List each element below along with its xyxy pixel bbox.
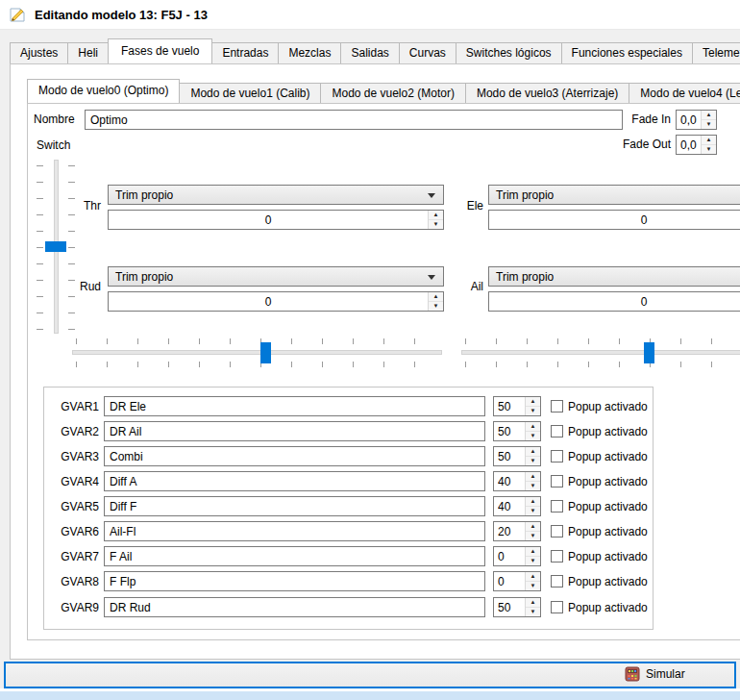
gvar9-spinner[interactable]: ▲▼ xyxy=(493,597,541,617)
gvar6-spinner[interactable]: ▲▼ xyxy=(493,521,541,541)
gvar2-popup-checkbox[interactable] xyxy=(551,425,563,438)
ele-label: Ele xyxy=(452,199,483,212)
rud-down-icon[interactable]: ▼ xyxy=(429,302,443,311)
thr-down-icon[interactable]: ▼ xyxy=(429,220,443,229)
gvar5-value-input[interactable] xyxy=(494,497,525,515)
gvar7-name-input[interactable] xyxy=(104,546,485,566)
gvar1-down-icon[interactable]: ▼ xyxy=(526,407,540,415)
gvar9-value-input[interactable] xyxy=(494,598,525,616)
gvar7-popup-checkbox[interactable] xyxy=(551,550,563,562)
gvar5-name-input[interactable] xyxy=(104,496,485,516)
gvar9-popup-checkbox[interactable] xyxy=(551,601,563,613)
thr-trim-spinner[interactable]: ▲▼ xyxy=(108,210,444,230)
ele-trim-spinner[interactable]: ▲▼ xyxy=(488,210,740,230)
simulate-button[interactable]: Simular xyxy=(4,662,736,688)
gvar6-name-input[interactable] xyxy=(104,521,485,541)
gvar7-up-icon[interactable]: ▲ xyxy=(526,547,540,557)
gvar8-down-icon[interactable]: ▼ xyxy=(526,582,540,590)
thr-trim-value: Trim propio xyxy=(115,188,173,202)
gvar2-popup-label: Popup activado xyxy=(568,425,648,438)
gvar3-up-icon[interactable]: ▲ xyxy=(526,447,540,457)
gvar4-spinner[interactable]: ▲▼ xyxy=(493,471,541,491)
gvar5-down-icon[interactable]: ▼ xyxy=(526,507,540,515)
gvar2-up-icon[interactable]: ▲ xyxy=(526,422,540,432)
gvar4-name-input[interactable] xyxy=(104,471,485,491)
gvar3-down-icon[interactable]: ▼ xyxy=(526,457,540,465)
gvar1-label: GVAR1 xyxy=(48,400,99,413)
ele-trim-value-input[interactable] xyxy=(489,211,740,229)
gvar9-label: GVAR9 xyxy=(48,601,99,614)
thr-up-icon[interactable]: ▲ xyxy=(429,211,443,220)
gvar1-spinner[interactable]: ▲▼ xyxy=(493,396,541,416)
fade-out-input[interactable] xyxy=(677,136,701,154)
gvar1-value-input[interactable] xyxy=(494,397,525,415)
fade-in-spinner[interactable]: ▲▼ xyxy=(676,110,717,130)
gvar5-popup-checkbox[interactable] xyxy=(551,500,563,512)
fade-out-up-icon[interactable]: ▲ xyxy=(702,136,716,145)
gvar1-popup-checkbox[interactable] xyxy=(551,400,563,412)
gvar9-down-icon[interactable]: ▼ xyxy=(526,608,540,616)
trim-slider-right-handle[interactable] xyxy=(644,342,654,363)
flight-mode-name-input[interactable] xyxy=(85,110,623,130)
fade-in-up-icon[interactable]: ▲ xyxy=(702,111,716,120)
trim-slider-left-handle[interactable] xyxy=(260,342,271,363)
ail-trim-value-input[interactable] xyxy=(489,292,740,311)
trim-slider-right[interactable] xyxy=(461,338,740,367)
gvar7-down-icon[interactable]: ▼ xyxy=(526,557,540,565)
gvar2-spinner[interactable]: ▲▼ xyxy=(493,421,541,441)
rud-trim-value: Trim propio xyxy=(115,270,173,284)
gvar7-value-input[interactable] xyxy=(494,547,525,565)
fade-in-input[interactable] xyxy=(677,111,701,129)
gvar8-name-input[interactable] xyxy=(104,571,485,591)
gvar1-name-input[interactable] xyxy=(104,396,485,416)
gvar5-spinner[interactable]: ▲▼ xyxy=(493,496,541,516)
rud-up-icon[interactable]: ▲ xyxy=(429,292,443,302)
rud-trim-spinner[interactable]: ▲▼ xyxy=(108,291,444,312)
trim-slider-left[interactable] xyxy=(72,338,442,367)
switch-label: Switch xyxy=(37,138,70,152)
gvar3-spinner[interactable]: ▲▼ xyxy=(493,446,541,466)
gvar3-name-input[interactable] xyxy=(104,446,485,466)
gvar2-name-input[interactable] xyxy=(104,421,485,441)
ail-trim-spinner[interactable]: ▲▼ xyxy=(488,291,740,312)
gvar1-up-icon[interactable]: ▲ xyxy=(526,397,540,407)
fade-in-down-icon[interactable]: ▼ xyxy=(702,120,716,129)
gvar6-down-icon[interactable]: ▼ xyxy=(526,532,540,540)
gvar8-up-icon[interactable]: ▲ xyxy=(526,572,540,582)
gvar4-up-icon[interactable]: ▲ xyxy=(526,472,540,482)
gvar3-popup-checkbox[interactable] xyxy=(551,450,563,462)
simulate-button-content[interactable]: Simular xyxy=(625,666,685,682)
fade-out-spinner[interactable]: ▲▼ xyxy=(676,135,717,155)
gvar7-spinner[interactable]: ▲▼ xyxy=(493,546,541,566)
gvar4-popup-checkbox[interactable] xyxy=(551,475,563,488)
fade-out-down-icon[interactable]: ▼ xyxy=(702,145,716,154)
gvar9-name-input[interactable] xyxy=(104,597,485,617)
gvar6-popup-checkbox[interactable] xyxy=(551,525,563,538)
gvar4-down-icon[interactable]: ▼ xyxy=(526,482,540,490)
gvar8-spinner[interactable]: ▲▼ xyxy=(493,571,541,591)
gvar5-up-icon[interactable]: ▲ xyxy=(526,497,540,507)
gvar9-up-icon[interactable]: ▲ xyxy=(526,598,540,608)
ail-trim-select[interactable]: Trim propio xyxy=(488,266,740,287)
gvar2-down-icon[interactable]: ▼ xyxy=(526,432,540,440)
rud-trim-value-input[interactable] xyxy=(109,292,428,311)
gvar6-value-input[interactable] xyxy=(494,522,525,540)
fade-in-label: Fade In xyxy=(584,112,671,126)
rud-trim-select[interactable]: Trim propio xyxy=(108,266,444,287)
gvar3-label: GVAR3 xyxy=(48,450,99,463)
gvar7-popup-label: Popup activado xyxy=(568,550,648,563)
ail-trim-value: Trim propio xyxy=(496,270,554,284)
gvar6-up-icon[interactable]: ▲ xyxy=(526,522,540,532)
switch-slider-handle[interactable] xyxy=(45,241,66,252)
gvar8-popup-checkbox[interactable] xyxy=(551,575,563,588)
gvar8-value-input[interactable] xyxy=(494,572,525,590)
gvar4-value-input[interactable] xyxy=(494,472,525,490)
thr-trim-select[interactable]: Trim propio xyxy=(108,185,444,205)
gvar3-value-input[interactable] xyxy=(494,447,525,465)
switch-slider[interactable] xyxy=(35,154,77,338)
gvar2-value-input[interactable] xyxy=(494,422,525,440)
name-label: Nombre xyxy=(34,112,75,126)
slider-ticks xyxy=(68,165,75,331)
ele-trim-select[interactable]: Trim propio xyxy=(488,185,740,205)
thr-trim-value-input[interactable] xyxy=(109,211,428,229)
